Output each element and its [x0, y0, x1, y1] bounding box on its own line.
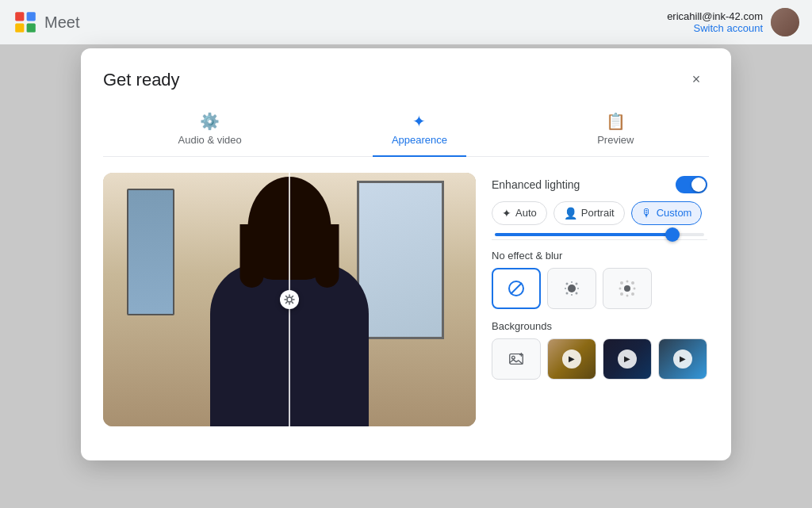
- no-effect-section: No effect & blur: [492, 250, 707, 309]
- no-effect-icon: [507, 279, 526, 298]
- slider-fill: [495, 233, 672, 236]
- slider-thumb[interactable]: [665, 227, 680, 242]
- enhanced-lighting-section: Enhanced lighting ✦ Auto 👤 Portrait: [492, 176, 707, 236]
- tab-preview[interactable]: 📋 Preview: [578, 105, 653, 157]
- slight-blur-icon: [562, 279, 581, 298]
- background-options: ▶ ▶ ▶: [492, 338, 707, 380]
- bg-option-2[interactable]: ▶: [603, 338, 652, 380]
- svg-point-9: [576, 282, 578, 285]
- svg-point-21: [626, 280, 629, 282]
- enhanced-lighting-header: Enhanced lighting: [492, 176, 707, 193]
- svg-point-13: [571, 294, 573, 296]
- right-panel-scroll[interactable]: Enhanced lighting ✦ Auto 👤 Portrait: [492, 176, 710, 426]
- auto-label: Auto: [515, 207, 537, 219]
- backgrounds-section: Backgrounds: [492, 320, 707, 380]
- enhanced-lighting-toggle[interactable]: [676, 176, 707, 193]
- preview-icon: 📋: [606, 112, 626, 131]
- svg-point-17: [620, 281, 623, 285]
- portrait-mode-button[interactable]: 👤 Portrait: [553, 201, 625, 225]
- portrait-icon: 👤: [564, 207, 577, 220]
- get-ready-modal: Get ready × ⚙️ Audio & video ✦ Appearenc…: [81, 48, 731, 460]
- custom-mode-button[interactable]: 🎙 Custom: [631, 201, 703, 225]
- svg-point-12: [571, 281, 573, 283]
- divider-handle[interactable]: [280, 290, 299, 309]
- tab-bar: ⚙️ Audio & video ✦ Appearence 📋 Preview: [103, 105, 709, 157]
- custom-label: Custom: [657, 207, 692, 219]
- bg-upload-option[interactable]: [492, 338, 541, 380]
- svg-point-26: [512, 356, 515, 359]
- modal-title: Get ready: [103, 70, 180, 90]
- svg-point-7: [568, 285, 576, 292]
- svg-point-24: [634, 287, 636, 289]
- auto-mode-button[interactable]: ✦ Auto: [492, 201, 547, 225]
- svg-point-14: [565, 288, 566, 289]
- modal-overlay: Get ready × ⚙️ Audio & video ✦ Appearenc…: [0, 0, 812, 508]
- svg-point-22: [626, 294, 629, 296]
- bg-option-3[interactable]: ▶: [658, 338, 707, 380]
- svg-point-11: [576, 292, 578, 294]
- backgrounds-label: Backgrounds: [492, 320, 707, 332]
- upload-icon: [508, 350, 525, 368]
- auto-icon: ✦: [502, 207, 511, 220]
- video-divider: [289, 173, 290, 426]
- effect-options: [492, 268, 707, 309]
- video-preview: [103, 173, 476, 426]
- bg-play-1: ▶: [562, 349, 581, 369]
- appearance-icon: ✦: [412, 112, 426, 131]
- mode-buttons: ✦ Auto 👤 Portrait 🎙 Custom: [492, 201, 707, 225]
- svg-point-10: [566, 292, 569, 294]
- tab-appearance-label: Appearence: [392, 134, 447, 146]
- modal-header: Get ready ×: [103, 67, 709, 93]
- video-background: [103, 173, 476, 426]
- no-effect-label: No effect & blur: [492, 250, 707, 262]
- svg-point-19: [620, 292, 623, 296]
- add-image-icon: [508, 350, 525, 368]
- slight-blur-option[interactable]: [547, 268, 596, 309]
- no-effect-option[interactable]: [492, 268, 541, 309]
- gear-icon: [284, 294, 295, 305]
- svg-point-4: [287, 297, 292, 302]
- lighting-slider-container: [492, 233, 707, 236]
- svg-point-23: [619, 287, 622, 289]
- right-panel: Enhanced lighting ✦ Auto 👤 Portrait: [492, 173, 710, 426]
- tab-appearance[interactable]: ✦ Appearence: [373, 105, 466, 157]
- bg-play-3: ▶: [673, 349, 692, 369]
- bg-option-1[interactable]: ▶: [547, 338, 596, 380]
- background-window-left: [127, 189, 174, 315]
- svg-point-8: [566, 282, 569, 285]
- portrait-label: Portrait: [581, 207, 615, 219]
- tab-audio-video-label: Audio & video: [178, 134, 242, 146]
- tab-preview-label: Preview: [597, 134, 634, 146]
- full-blur-icon: [618, 279, 637, 298]
- svg-point-18: [631, 281, 634, 285]
- audio-video-icon: ⚙️: [200, 112, 220, 131]
- tab-audio-video[interactable]: ⚙️ Audio & video: [159, 105, 261, 157]
- svg-point-20: [631, 292, 634, 296]
- lighting-slider[interactable]: [495, 233, 704, 236]
- svg-line-6: [511, 283, 522, 294]
- modal-body: Enhanced lighting ✦ Auto 👤 Portrait: [103, 173, 709, 426]
- enhanced-lighting-label: Enhanced lighting: [492, 178, 580, 191]
- bg-play-2: ▶: [618, 349, 637, 369]
- custom-icon: 🎙: [642, 207, 653, 220]
- full-blur-option[interactable]: [603, 268, 652, 309]
- svg-point-16: [624, 285, 630, 292]
- close-button[interactable]: ×: [684, 67, 709, 93]
- svg-point-15: [577, 288, 579, 289]
